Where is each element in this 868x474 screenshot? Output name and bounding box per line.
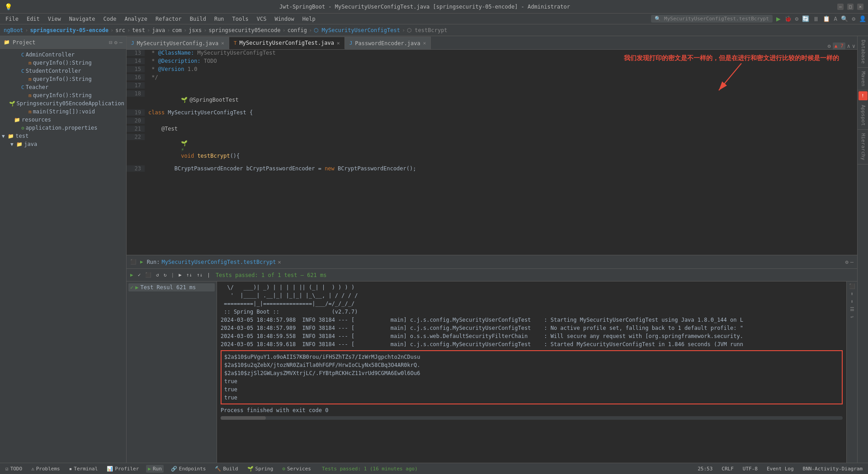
notification-badge[interactable]: ! — [859, 91, 868, 100]
menu-file[interactable]: File — [2, 15, 22, 23]
console-wrap-icon[interactable]: ↩ — [850, 314, 854, 320]
tree-item-encode-app[interactable]: 🌱 Springsecurity05EncodeApplication — [0, 99, 126, 108]
tree-item-admin-queryinfo[interactable]: m queryInfo():String — [0, 59, 126, 67]
tree-item-java[interactable]: ▼ 📁 java — [0, 140, 126, 148]
console-scrollbar[interactable] — [221, 416, 843, 420]
test-result-item[interactable]: ✓ ▶ Test Resul 621 ms — [128, 283, 215, 291]
chevron-up-icon[interactable]: ∧ — [847, 43, 850, 49]
run-check-button[interactable]: ✓ — [136, 271, 143, 279]
breadcrumb-jsxs[interactable]: jsxs — [189, 27, 202, 33]
breadcrumb-test-tab[interactable]: ⬡ testBcrypt — [407, 27, 447, 33]
menu-analyze[interactable]: Analyze — [121, 15, 151, 23]
breadcrumb-class[interactable]: ⬡ MySecurityUserConfigTest — [314, 27, 400, 33]
status-encoding[interactable]: CRLF — [720, 465, 736, 473]
breadcrumb-com[interactable]: com — [172, 27, 182, 33]
right-tab-maven[interactable]: Maven — [858, 68, 868, 90]
maximize-button[interactable]: □ — [847, 4, 854, 10]
breadcrumb-module[interactable]: springsecurity-05-encode — [30, 27, 108, 33]
run-sort-asc[interactable]: ↑↓ — [184, 271, 194, 279]
status-endpoints[interactable]: 🔗 Endpoints — [169, 465, 208, 473]
settings-icon[interactable]: ⚙ — [114, 39, 118, 46]
status-right-panel-bnn[interactable]: BNN-Activity-Diagram — [801, 465, 864, 473]
console-scroll-top-icon[interactable]: ⬆ — [850, 291, 854, 297]
status-problems[interactable]: ⚠ Problems — [29, 465, 62, 473]
tree-item-teacher-queryinfo[interactable]: m queryInfo():String — [0, 91, 126, 99]
tab-mysecurity-config[interactable]: J MySecurityUserConfig.java ✕ — [127, 37, 229, 49]
run-rerun-failed-button[interactable]: ↻ — [162, 271, 169, 279]
run-panel-settings[interactable]: ⚙ — [845, 259, 849, 265]
editor-settings-icon[interactable]: ⚙ — [827, 43, 830, 49]
breadcrumb-config[interactable]: config — [288, 27, 307, 33]
status-profiler[interactable]: 📊 Profiler — [105, 465, 141, 473]
project-header-icons: ⊟ ⚙ — — [109, 39, 123, 46]
menu-help[interactable]: Help — [299, 15, 319, 23]
menu-vcs[interactable]: VCS — [253, 15, 270, 23]
tab-close-3[interactable]: ✕ — [423, 40, 426, 46]
menu-run[interactable]: Run — [211, 15, 228, 23]
tab-mysecurity-configtest[interactable]: T MySecurityUserConfigTest.java ✕ — [229, 37, 345, 49]
build-icon: 🔨 — [215, 466, 221, 472]
run-again-button[interactable]: ▶ — [128, 271, 135, 279]
close-sidebar-icon[interactable]: — — [119, 39, 123, 46]
chevron-down-icon[interactable]: ∨ — [852, 43, 855, 49]
menu-view[interactable]: View — [44, 15, 65, 23]
tab-passwordencoder[interactable]: J PasswordEncoder.java ✕ — [345, 37, 431, 49]
menu-build[interactable]: Build — [186, 15, 210, 23]
tree-item-teacher[interactable]: C Teacher — [0, 83, 126, 91]
status-build[interactable]: 🔨 Build — [213, 465, 240, 473]
spring-label: Spring — [255, 466, 274, 472]
run-tab-close[interactable]: ✕ — [278, 259, 281, 265]
breadcrumb-test[interactable]: test — [132, 27, 145, 33]
menu-code[interactable]: Code — [100, 15, 120, 23]
close-button[interactable]: ✕ — [857, 4, 863, 10]
menu-navigate[interactable]: Navigate — [66, 15, 99, 23]
breadcrumb-java[interactable]: java — [152, 27, 165, 33]
status-left: ☑ TODO ⚠ Problems ▪ Terminal 📊 Profiler … — [4, 465, 690, 473]
encode-app-label: Springsecurity05EncodeApplication — [17, 100, 124, 107]
tree-item-main[interactable]: m main(String[]):void — [0, 108, 126, 116]
status-spring[interactable]: 🌱 Spring — [245, 465, 275, 473]
tab-close-2[interactable]: ✕ — [337, 40, 340, 46]
method-icon4: m — [28, 109, 32, 115]
tree-item-app-props[interactable]: ⚙ application.properties — [0, 124, 126, 132]
menu-edit[interactable]: Edit — [23, 15, 43, 23]
menu-tools[interactable]: Tools — [229, 15, 252, 23]
console-scroll-bot-icon[interactable]: ⬇ — [850, 299, 854, 305]
run-panel-minimize[interactable]: — — [850, 259, 854, 265]
status-eventlog[interactable]: Event Log — [765, 465, 796, 473]
status-run[interactable]: ▶ Run — [146, 465, 164, 473]
tab-close-1[interactable]: ✕ — [221, 40, 224, 46]
collapse-all-icon[interactable]: ⊟ — [109, 39, 112, 46]
tree-item-test[interactable]: ▼ 📁 test — [0, 132, 126, 140]
run-panel-left-icon[interactable]: ⬛ — [130, 259, 137, 265]
tree-item-resources[interactable]: 📁 resources — [0, 116, 126, 124]
right-tab-appspot[interactable]: Appspot — [858, 101, 868, 130]
run-sort-desc[interactable]: ↑↓ — [195, 271, 204, 279]
run-rerun-button[interactable]: ↺ — [154, 271, 161, 279]
todo-label: TODO — [10, 466, 23, 472]
right-tab-hierarchy[interactable]: Hierarchy — [858, 130, 868, 164]
menu-window[interactable]: Window — [271, 15, 297, 23]
tree-item-student-queryinfo[interactable]: m queryInfo():String — [0, 75, 126, 83]
console-art-1: \/ ___)| _) | | | | || (_| | ) ) ) ) — [221, 283, 843, 291]
terminal-icon: ▪ — [69, 466, 72, 472]
console-filter-icon[interactable]: ☰ — [850, 306, 854, 312]
console-spring-version: :: Spring Boot :: (v2.7.7) — [221, 308, 843, 316]
status-terminal[interactable]: ▪ Terminal — [67, 465, 100, 473]
menu-refactor[interactable]: Refactor — [152, 15, 185, 23]
method-icon3: m — [28, 93, 32, 99]
right-tab-database[interactable]: Database — [858, 36, 868, 68]
status-todo[interactable]: ☑ TODO — [4, 465, 24, 473]
tree-item-admin-controller[interactable]: C AdminController — [0, 51, 126, 59]
breadcrumb-src[interactable]: src — [115, 27, 125, 33]
breadcrumb-ngboot[interactable]: ngBoot — [4, 27, 23, 33]
run-panel-title: Run: MySecurityUserConfigTest.testBcrypt… — [147, 259, 281, 265]
console-clear-icon[interactable]: ⬛ — [849, 283, 855, 289]
minimize-button[interactable]: — — [837, 4, 844, 10]
breadcrumb-springsecurity05encode[interactable]: springsecurity05encode — [208, 27, 280, 33]
tree-item-student-controller[interactable]: C StudentController — [0, 67, 126, 75]
status-services[interactable]: ⚙ Services — [280, 465, 313, 473]
run-stop-button[interactable]: ⬛ — [143, 271, 153, 279]
run-arrow-right[interactable]: ▶ — [177, 271, 184, 279]
status-charset[interactable]: UTF-8 — [741, 465, 760, 473]
